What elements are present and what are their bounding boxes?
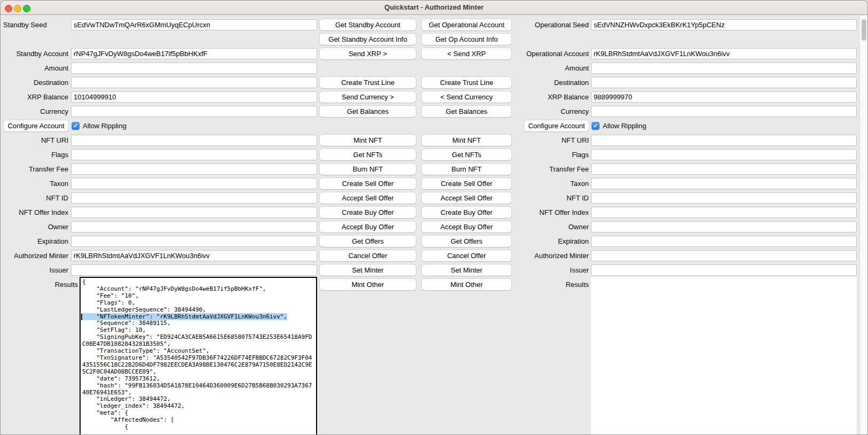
titlebar: Quickstart - Authorized Minter bbox=[1, 1, 867, 15]
standby-allow-rippling-checkbox[interactable]: ✓ bbox=[72, 122, 80, 130]
standby-seed-label: Standby Seed bbox=[3, 19, 47, 30]
standby-mint-other-button[interactable]: Mint Other bbox=[320, 279, 416, 290]
operational-configure-account-button[interactable]: Configure Account bbox=[524, 120, 589, 131]
standby-account-label: Standby Account bbox=[1, 48, 68, 59]
operational-amount-input[interactable] bbox=[591, 63, 857, 74]
operational-seed-input[interactable]: sEdVNNZHWvDxpck3EkBKrK1Yp5pCENz bbox=[591, 19, 857, 30]
operational-authorized-minter-input[interactable] bbox=[591, 250, 857, 261]
standby-owner-label: Owner bbox=[1, 221, 68, 232]
standby-seed-input[interactable]: sEdVwTNDwTmQArR6xGMmUyqECpUrcxn bbox=[71, 19, 317, 30]
get-standby-account-button[interactable]: Get Standby Account bbox=[320, 19, 416, 30]
standby-account-input[interactable]: rNP47gJFvDyW8gsDo4weB17if5pBbHKxfF bbox=[71, 48, 317, 59]
standby-create-buy-offer-button[interactable]: Create Buy Offer bbox=[320, 207, 416, 218]
standby-flags-input[interactable] bbox=[71, 149, 317, 160]
standby-expiration-label: Expiration bbox=[1, 236, 68, 247]
operational-flags-label: Flags bbox=[481, 149, 589, 160]
operational-currency-label: Currency bbox=[481, 106, 589, 117]
standby-issuer-label: Issuer bbox=[1, 265, 68, 276]
standby-get-nfts-button[interactable]: Get NFTs bbox=[320, 149, 416, 160]
operational-destination-label: Destination bbox=[481, 77, 589, 88]
standby-get-offers-button[interactable]: Get Offers bbox=[320, 236, 416, 247]
operational-amount-label: Amount bbox=[481, 63, 589, 74]
operational-seed-label: Operational Seed bbox=[481, 19, 589, 30]
operational-taxon-label: Taxon bbox=[481, 178, 589, 189]
standby-accept-sell-offer-button[interactable]: Accept Sell Offer bbox=[320, 192, 416, 204]
operational-nft-uri-label: NFT URI bbox=[481, 135, 589, 146]
standby-nft-offer-index-input[interactable] bbox=[71, 207, 317, 218]
operational-results-label: Results bbox=[481, 279, 589, 290]
standby-authorized-minter-input[interactable]: rK9LBRhStdmtAaVdJXGVF1LnKWou3n6ivv bbox=[71, 250, 317, 261]
operational-allow-rippling-label: Allow Rippling bbox=[603, 120, 646, 131]
standby-taxon-input[interactable] bbox=[71, 178, 317, 189]
get-standby-account-info-button[interactable]: Get Standby Account Info bbox=[320, 34, 416, 45]
standby-authorized-minter-label: Authorized Minter bbox=[1, 250, 68, 261]
standby-owner-input[interactable] bbox=[71, 221, 317, 232]
operational-authorized-minter-label: Authorized Minter bbox=[481, 250, 589, 261]
operational-allow-rippling-checkbox[interactable]: ✓ bbox=[591, 122, 599, 130]
standby-currency-label: Currency bbox=[1, 106, 68, 117]
standby-create-sell-offer-button[interactable]: Create Sell Offer bbox=[320, 178, 416, 189]
window-title: Quickstart - Authorized Minter bbox=[1, 1, 867, 14]
standby-flags-label: Flags bbox=[1, 149, 68, 160]
operational-owner-input[interactable] bbox=[591, 221, 857, 232]
minimize-button[interactable] bbox=[14, 5, 21, 12]
standby-send-currency-button[interactable]: Send Currency > bbox=[320, 91, 416, 103]
standby-expiration-input[interactable] bbox=[71, 236, 317, 247]
operational-xrp-balance-label: XRP Balance bbox=[481, 91, 589, 103]
standby-destination-label: Destination bbox=[1, 77, 68, 88]
operational-currency-input[interactable] bbox=[591, 106, 857, 117]
standby-transfer-fee-label: Transfer Fee bbox=[1, 164, 68, 175]
standby-send-xrp-button[interactable]: Send XRP > bbox=[320, 48, 416, 59]
operational-nft-id-label: NFT ID bbox=[481, 192, 589, 204]
operational-transfer-fee-label: Transfer Fee bbox=[481, 164, 589, 175]
standby-nft-uri-input[interactable] bbox=[71, 135, 317, 146]
standby-cancel-offer-button[interactable]: Cancel Offer bbox=[320, 250, 416, 261]
operational-account-label: Operational Account bbox=[481, 48, 589, 59]
standby-allow-rippling-label: Allow Rippling bbox=[83, 120, 127, 131]
standby-nft-uri-label: NFT URI bbox=[1, 135, 68, 146]
standby-amount-input[interactable] bbox=[71, 63, 317, 74]
operational-expiration-label: Expiration bbox=[481, 236, 589, 247]
standby-mint-nft-button[interactable]: Mint NFT bbox=[320, 135, 416, 146]
get-op-account-info-button[interactable]: Get Op Account Info bbox=[422, 34, 511, 45]
standby-destination-input[interactable] bbox=[71, 77, 317, 88]
standby-get-balances-button[interactable]: Get Balances bbox=[320, 106, 416, 117]
operational-issuer-input[interactable] bbox=[591, 265, 857, 276]
operational-nft-id-input[interactable] bbox=[591, 192, 857, 204]
standby-amount-label: Amount bbox=[1, 63, 68, 74]
operational-flags-input[interactable] bbox=[591, 149, 857, 160]
standby-nft-offer-index-label: NFT Offer Index bbox=[1, 207, 68, 218]
operational-transfer-fee-input[interactable] bbox=[591, 164, 857, 175]
operational-nft-offer-index-input[interactable] bbox=[591, 207, 857, 218]
zoom-button[interactable] bbox=[23, 5, 30, 12]
operational-owner-label: Owner bbox=[481, 221, 589, 232]
operational-expiration-input[interactable] bbox=[591, 236, 857, 247]
standby-issuer-input[interactable] bbox=[71, 265, 317, 276]
standby-xrp-balance-label: XRP Balance bbox=[1, 91, 68, 103]
operational-results-textarea[interactable] bbox=[591, 277, 857, 435]
standby-set-minter-button[interactable]: Set Minter bbox=[320, 265, 416, 276]
standby-results-label: Results bbox=[11, 279, 78, 290]
standby-accept-buy-offer-button[interactable]: Accept Buy Offer bbox=[320, 221, 416, 232]
operational-issuer-label: Issuer bbox=[481, 265, 589, 276]
standby-nft-id-input[interactable] bbox=[71, 192, 317, 204]
app-window: Quickstart - Authorized Minter Standby S… bbox=[0, 0, 868, 435]
operational-account-input[interactable]: rK9LBRhStdmtAaVdJXGVF1LnKWou3n6ivv bbox=[591, 48, 857, 59]
operational-nft-uri-input[interactable] bbox=[591, 135, 857, 146]
standby-currency-input[interactable] bbox=[71, 106, 317, 117]
vertical-scrollbar[interactable] bbox=[859, 15, 868, 435]
results-line: "LastLedgerSequence": 38494490, bbox=[82, 307, 316, 314]
standby-taxon-label: Taxon bbox=[1, 178, 68, 189]
standby-results-textarea[interactable]: { "Account": "rNP47gJFvDyW8gsDo4weB17if5… bbox=[80, 277, 317, 435]
standby-configure-account-button[interactable]: Configure Account bbox=[4, 120, 68, 131]
standby-transfer-fee-input[interactable] bbox=[71, 164, 317, 175]
standby-nft-id-label: NFT ID bbox=[1, 192, 68, 204]
operational-taxon-input[interactable] bbox=[591, 178, 857, 189]
close-button[interactable] bbox=[5, 5, 12, 12]
standby-create-trust-line-button[interactable]: Create Trust Line bbox=[320, 77, 416, 88]
operational-destination-input[interactable] bbox=[591, 77, 857, 88]
scrollbar-thumb[interactable] bbox=[862, 19, 866, 41]
operational-xrp-balance-input[interactable]: 9889999970 bbox=[591, 91, 857, 103]
standby-burn-nft-button[interactable]: Burn NFT bbox=[320, 164, 416, 175]
standby-xrp-balance-input[interactable]: 10104999910 bbox=[71, 91, 317, 103]
